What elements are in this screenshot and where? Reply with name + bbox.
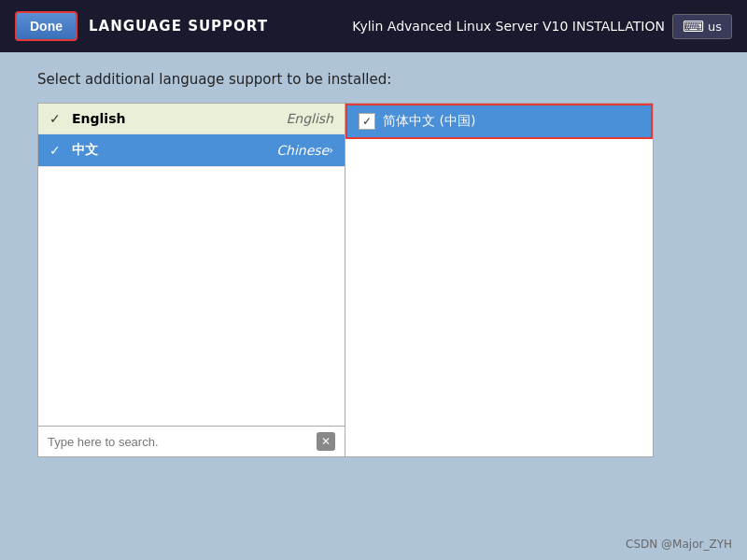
list-item-english[interactable]: ✓ English English — [38, 104, 345, 134]
search-bar: ✕ — [38, 426, 345, 456]
search-input[interactable] — [48, 435, 311, 449]
lang-native-english: English — [286, 111, 333, 126]
right-item-simplified-chinese[interactable]: ✓ 简体中文 (中国) — [345, 104, 653, 139]
left-panel-list: ✓ English English ✓ 中文 Chinese › — [38, 104, 345, 426]
header-left: Done LANGUAGE SUPPORT — [15, 11, 268, 41]
keyboard-indicator[interactable]: ⌨ us — [672, 14, 732, 39]
header: Done LANGUAGE SUPPORT Kylin Advanced Lin… — [0, 0, 747, 52]
watermark: CSDN @Major_ZYH — [626, 538, 732, 551]
right-panel: ✓ 简体中文 (中国) — [345, 103, 654, 457]
lang-name-chinese: 中文 — [72, 142, 276, 159]
header-title: LANGUAGE SUPPORT — [89, 18, 268, 35]
right-panel-list: ✓ 简体中文 (中国) — [345, 104, 653, 456]
lang-native-chinese: Chinese — [276, 143, 329, 158]
header-right: Kylin Advanced Linux Server V10 INSTALLA… — [352, 14, 732, 39]
subtitle: Select additional language support to be… — [37, 71, 710, 88]
left-panel: ✓ English English ✓ 中文 Chinese › ✕ — [37, 103, 345, 457]
clear-icon: ✕ — [321, 435, 331, 448]
clear-search-button[interactable]: ✕ — [317, 432, 335, 451]
keyboard-icon: ⌨ — [683, 18, 704, 35]
main-content: Select additional language support to be… — [0, 52, 747, 476]
check-icon-chinese: ✓ — [49, 143, 64, 158]
checkbox-simplified-chinese[interactable]: ✓ — [359, 113, 375, 130]
keyboard-label: us — [708, 20, 722, 34]
panels: ✓ English English ✓ 中文 Chinese › ✕ — [37, 103, 710, 457]
chevron-right-icon: › — [329, 144, 333, 157]
check-icon-english: ✓ — [49, 111, 64, 126]
lang-name-english: English — [72, 111, 286, 126]
app-title: Kylin Advanced Linux Server V10 INSTALLA… — [352, 19, 665, 34]
right-item-name-simplified-chinese: 简体中文 (中国) — [383, 113, 475, 130]
list-item-chinese[interactable]: ✓ 中文 Chinese › — [38, 134, 345, 167]
done-button[interactable]: Done — [15, 11, 78, 41]
